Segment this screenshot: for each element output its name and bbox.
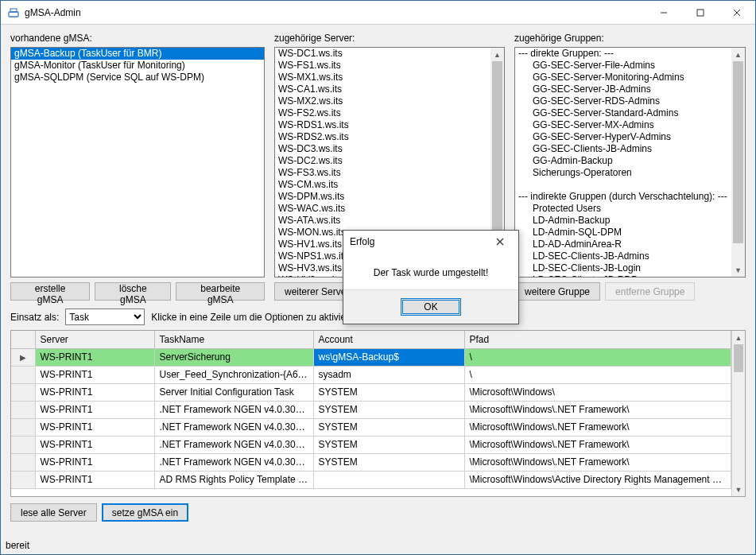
table-row[interactable]: WS-PRINT1.NET Framework NGEN v4.0.30319 … bbox=[11, 436, 731, 453]
gmsa-item[interactable]: gMSA-Backup (TaskUser für BMR) bbox=[11, 48, 264, 60]
col-server[interactable]: Server bbox=[35, 331, 154, 348]
maximize-button[interactable] bbox=[682, 1, 719, 25]
cell-path[interactable]: \Microsoft\Windows\.NET Framework\ bbox=[464, 418, 731, 436]
group-item[interactable]: GG-SEC-Server-File-Admins bbox=[515, 60, 745, 72]
cell-server[interactable]: WS-PRINT1 bbox=[35, 453, 154, 471]
server-item[interactable]: WS-FS2.ws.its bbox=[275, 107, 504, 119]
minimize-button[interactable] bbox=[646, 1, 682, 25]
cell-account[interactable]: SYSTEM bbox=[313, 383, 464, 401]
cell-task[interactable]: .NET Framework NGEN v4.0.30319 64 bbox=[154, 418, 313, 436]
cell-server[interactable]: WS-PRINT1 bbox=[35, 366, 154, 383]
create-gmsa-button[interactable]: erstelle gMSA bbox=[10, 282, 90, 301]
server-item[interactable]: WS-RDS2.ws.its bbox=[275, 131, 504, 143]
group-item[interactable]: LD-SEC-Clients-JB-Login bbox=[515, 262, 745, 274]
cell-server[interactable]: WS-PRINT1 bbox=[35, 348, 154, 366]
gmsa-item[interactable]: gMSA-Monitor (TaskUser für Monitoring) bbox=[11, 60, 264, 72]
set-gmsa-button[interactable]: setze gMSA ein bbox=[102, 503, 188, 522]
gmsa-item[interactable]: gMSA-SQLDPM (Service SQL auf WS-DPM) bbox=[11, 72, 264, 83]
scrollbar-thumb[interactable] bbox=[733, 61, 743, 243]
scroll-up-icon[interactable]: ▲ bbox=[732, 331, 745, 344]
group-item[interactable]: GG-SEC-Server-JB-Admins bbox=[515, 83, 745, 95]
group-item[interactable]: GG-SEC-Server-RDS-Admins bbox=[515, 95, 745, 107]
server-item[interactable]: WS-WAC.ws.its bbox=[275, 203, 504, 215]
table-row[interactable]: WS-PRINT1AD RMS Rights Policy Template M… bbox=[11, 471, 731, 488]
gmsa-listbox[interactable]: gMSA-Backup (TaskUser für BMR)gMSA-Monit… bbox=[10, 47, 265, 278]
group-item[interactable]: GG-SEC-Server-Standard-Admins bbox=[515, 107, 745, 119]
group-item[interactable]: Protected Users bbox=[515, 203, 745, 215]
cell-account[interactable]: sysadm bbox=[313, 366, 464, 383]
cell-account[interactable]: SYSTEM bbox=[313, 436, 464, 453]
cell-server[interactable]: WS-PRINT1 bbox=[35, 401, 154, 418]
task-grid[interactable]: Server TaskName Account Pfad ▶WS-PRINT1S… bbox=[10, 330, 746, 497]
scroll-up-icon[interactable]: ▲ bbox=[490, 48, 504, 61]
group-item[interactable]: LD-SEC-Clients-JB-RDP bbox=[515, 274, 745, 278]
cell-account[interactable]: SYSTEM bbox=[313, 418, 464, 436]
cell-server[interactable]: WS-PRINT1 bbox=[35, 383, 154, 401]
cell-task[interactable]: Server Initial Configuration Task bbox=[154, 383, 313, 401]
more-group-button[interactable]: weitere Gruppe bbox=[514, 282, 600, 301]
table-row[interactable]: WS-PRINT1.NET Framework NGEN v4.0.30319 … bbox=[11, 418, 731, 436]
group-item[interactable]: GG-SEC-Server-HyperV-Admins bbox=[515, 131, 745, 143]
cell-task[interactable]: .NET Framework NGEN v4.0.30319 6... bbox=[154, 436, 313, 453]
cell-path[interactable]: \Microsoft\Windows\ bbox=[464, 383, 731, 401]
server-item[interactable]: WS-FS1.ws.its bbox=[275, 60, 504, 72]
scroll-down-icon[interactable]: ▼ bbox=[732, 483, 745, 496]
delete-gmsa-button[interactable]: lösche gMSA bbox=[95, 282, 171, 301]
group-item[interactable]: LD-AD-AdminArea-R bbox=[515, 239, 745, 250]
cell-path[interactable]: \ bbox=[464, 348, 731, 366]
scroll-up-icon[interactable]: ▲ bbox=[731, 48, 745, 61]
server-item[interactable]: WS-MX1.ws.its bbox=[275, 72, 504, 83]
cell-account[interactable]: ws\gMSA-Backup$ bbox=[313, 348, 464, 366]
cell-server[interactable]: WS-PRINT1 bbox=[35, 436, 154, 453]
cell-server[interactable]: WS-PRINT1 bbox=[35, 418, 154, 436]
cell-task[interactable]: .NET Framework NGEN v4.0.30319 bbox=[154, 401, 313, 418]
scrollbar-thumb[interactable] bbox=[734, 344, 743, 372]
table-row[interactable]: WS-PRINT1.NET Framework NGEN v4.0.30319 … bbox=[11, 453, 731, 471]
group-listbox[interactable]: --- direkte Gruppen: ---GG-SEC-Server-Fi… bbox=[514, 47, 746, 278]
server-item[interactable]: WS-DC1.ws.its bbox=[275, 48, 504, 60]
server-item[interactable]: WS-RDS1.ws.its bbox=[275, 119, 504, 131]
cell-account[interactable] bbox=[313, 471, 464, 488]
server-item[interactable]: WS-DC2.ws.its bbox=[275, 155, 504, 167]
cell-task[interactable]: AD RMS Rights Policy Template Mana... bbox=[154, 471, 313, 488]
cell-server[interactable]: WS-PRINT1 bbox=[35, 471, 154, 488]
group-item[interactable]: GG-SEC-Server-MX-Admins bbox=[515, 119, 745, 131]
group-item[interactable]: Sicherungs-Operatoren bbox=[515, 167, 745, 179]
cell-path[interactable]: \ bbox=[464, 366, 731, 383]
edit-gmsa-button[interactable]: bearbeite gMSA bbox=[176, 282, 265, 301]
server-item[interactable]: WS-ATA.ws.its bbox=[275, 215, 504, 227]
server-item[interactable]: WS-DC3.ws.its bbox=[275, 143, 504, 155]
table-row[interactable]: WS-PRINT1Server Initial Configuration Ta… bbox=[11, 383, 731, 401]
col-path[interactable]: Pfad bbox=[464, 331, 731, 348]
server-item[interactable]: WS-CA1.ws.its bbox=[275, 83, 504, 95]
cell-task[interactable]: ServerSicherung bbox=[154, 348, 313, 366]
server-item[interactable]: WS-MX2.ws.its bbox=[275, 95, 504, 107]
scroll-down-icon[interactable]: ▼ bbox=[731, 263, 745, 277]
read-all-servers-button[interactable]: lese alle Server bbox=[10, 503, 97, 522]
close-button[interactable] bbox=[719, 1, 755, 25]
dialog-close-button[interactable] bbox=[488, 234, 512, 250]
einsatz-als-select[interactable]: Task bbox=[65, 309, 145, 325]
cell-path[interactable]: \Microsoft\Windows\.NET Framework\ bbox=[464, 401, 731, 418]
cell-path[interactable]: \Microsoft\Windows\.NET Framework\ bbox=[464, 453, 731, 471]
scrollbar-thumb[interactable] bbox=[492, 61, 502, 233]
table-row[interactable]: WS-PRINT1User_Feed_Synchronization-{A6AB… bbox=[11, 366, 731, 383]
dialog-ok-button[interactable]: OK bbox=[401, 298, 461, 316]
server-item[interactable]: WS-DPM.ws.its bbox=[275, 191, 504, 203]
col-account[interactable]: Account bbox=[313, 331, 464, 348]
group-item[interactable]: LD-Admin-SQL-DPM bbox=[515, 227, 745, 239]
group-item[interactable]: GG-SEC-Server-Monitoring-Admins bbox=[515, 72, 745, 83]
col-taskname[interactable]: TaskName bbox=[154, 331, 313, 348]
cell-account[interactable]: SYSTEM bbox=[313, 401, 464, 418]
cell-path[interactable]: \Microsoft\Windows\Active Directory Righ… bbox=[464, 471, 731, 488]
server-item[interactable]: WS-CM.ws.its bbox=[275, 179, 504, 191]
cell-task[interactable]: .NET Framework NGEN v4.0.30319 C... bbox=[154, 453, 313, 471]
server-item[interactable]: WS-FS3.ws.its bbox=[275, 167, 504, 179]
group-item[interactable]: GG-SEC-Clients-JB-Admins bbox=[515, 143, 745, 155]
cell-path[interactable]: \Microsoft\Windows\.NET Framework\ bbox=[464, 436, 731, 453]
table-row[interactable]: ▶WS-PRINT1ServerSicherungws\gMSA-Backup$… bbox=[11, 348, 731, 366]
cell-task[interactable]: User_Feed_Synchronization-{A6AB57... bbox=[154, 366, 313, 383]
group-item[interactable]: GG-Admin-Backup bbox=[515, 155, 745, 167]
group-item[interactable]: LD-Admin-Backup bbox=[515, 215, 745, 227]
group-item[interactable]: LD-SEC-Clients-JB-Admins bbox=[515, 250, 745, 262]
